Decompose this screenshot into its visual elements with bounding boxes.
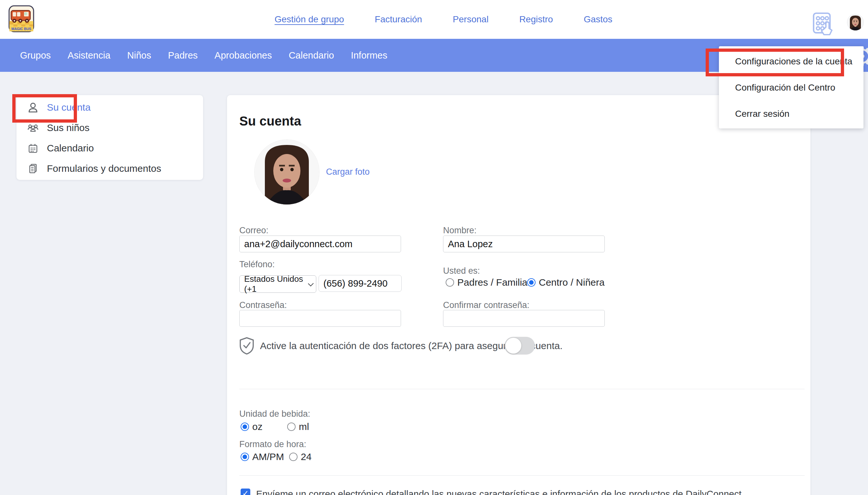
sidebar-item-label: Calendario	[47, 143, 94, 154]
sidebar-item-calendario[interactable]: Calendario	[17, 138, 203, 158]
password-field[interactable]	[239, 310, 401, 327]
sidebar-item-formularios-documentos[interactable]: Formularios y documentos	[17, 158, 203, 178]
sidebar-item-label: Su cuenta	[47, 102, 91, 113]
chevron-down-icon	[308, 280, 314, 286]
phone-label: Teléfono:	[239, 259, 275, 270]
blue-nav-calendario[interactable]: Calendario	[289, 50, 334, 61]
confirm-password-field[interactable]	[443, 310, 605, 327]
radio-oz[interactable]: oz	[241, 421, 263, 432]
radio-circle[interactable]	[527, 278, 535, 287]
person-icon	[28, 102, 38, 113]
blue-nav-grupos[interactable]: Grupos	[20, 50, 51, 61]
sidebar-item-su-cuenta[interactable]: Su cuenta	[17, 97, 203, 117]
upload-photo-link[interactable]: Cargar foto	[326, 167, 370, 177]
blue-nav-padres[interactable]: Padres	[168, 50, 198, 61]
radio-centro-ninera[interactable]: Centro / Niñera	[527, 277, 604, 288]
account-dropdown-menu: Configuraciones de la cuenta Configuraci…	[719, 46, 864, 129]
top-nav-facturacion[interactable]: Facturación	[375, 14, 422, 24]
radio-ml[interactable]: ml	[287, 421, 309, 432]
blue-nav-informes[interactable]: Informes	[351, 50, 387, 61]
blue-nav-aprobaciones[interactable]: Aprobaciones	[214, 50, 272, 61]
blue-nav-asistencia[interactable]: Asistencia	[68, 50, 110, 61]
radio-circle[interactable]	[289, 453, 298, 461]
menu-item-configuraciones-cuenta[interactable]: Configuraciones de la cuenta	[719, 48, 864, 74]
name-label: Nombre:	[443, 225, 477, 236]
radio-padres-familia[interactable]: Padres / Familia	[446, 277, 528, 288]
blue-nav-ninos[interactable]: Niños	[127, 50, 151, 61]
top-nav-gastos[interactable]: Gastos	[584, 14, 613, 24]
top-nav-gestion-de-grupo[interactable]: Gestión de grupo	[274, 14, 344, 24]
two-factor-toggle[interactable]	[504, 337, 535, 355]
sidebar-item-label: Sus niños	[47, 122, 90, 133]
profile-photo	[254, 140, 319, 204]
top-navigation: Gestión de grupo Facturación Personal Re…	[274, 0, 613, 39]
email-optin-checkbox[interactable]: ✓	[241, 489, 250, 495]
email-label: Correo:	[239, 225, 268, 236]
section-divider	[239, 389, 804, 389]
calendar-icon	[28, 143, 38, 154]
magic-bus-logo-icon[interactable]: MAGIC BUS	[8, 5, 34, 32]
phone-number-field[interactable]	[319, 275, 402, 292]
radio-circle[interactable]	[446, 278, 454, 287]
name-field[interactable]	[443, 236, 605, 252]
top-header: MAGIC BUS Gestión de grupo Facturación P…	[0, 0, 868, 39]
sidebar-item-sus-ninos[interactable]: Sus niños	[17, 117, 203, 138]
shield-check-icon	[239, 337, 254, 355]
email-optin-row: ✓ Envíeme un correo electrónico detallan…	[241, 489, 744, 495]
documents-icon	[28, 163, 38, 174]
drink-unit-label: Unidad de bebida:	[239, 409, 310, 419]
password-label: Contraseña:	[239, 300, 287, 310]
radio-24h[interactable]: 24	[289, 451, 312, 462]
radio-circle[interactable]	[287, 423, 296, 431]
country-code-select[interactable]: Estados Unidos (+1	[239, 275, 316, 293]
country-code-value: Estados Unidos (+1	[244, 274, 308, 294]
email-optin-text: Envíeme un correo electrónico detallando…	[256, 489, 744, 495]
pin-keypad-icon[interactable]	[811, 12, 836, 36]
user-avatar[interactable]	[847, 14, 864, 30]
profile-portrait-image	[254, 140, 319, 204]
account-settings-panel: Su cuenta Cargar foto Correo: Nombre: Te…	[227, 95, 811, 495]
svg-text:MAGIC BUS: MAGIC BUS	[11, 27, 31, 31]
user-portrait-image	[847, 14, 864, 30]
menu-item-cerrar-sesion[interactable]: Cerrar sesión	[719, 101, 864, 127]
children-icon	[28, 122, 38, 133]
section-divider	[239, 475, 804, 476]
radio-ampm[interactable]: AM/PM	[241, 451, 284, 462]
email-field[interactable]	[239, 236, 401, 252]
toggle-knob	[506, 338, 521, 354]
top-nav-registro[interactable]: Registro	[519, 14, 553, 24]
radio-circle[interactable]	[241, 453, 249, 461]
app-root: MAGIC BUS Gestión de grupo Facturación P…	[0, 0, 868, 495]
page-title: Su cuenta	[239, 114, 301, 129]
menu-item-configuracion-centro[interactable]: Configuración del Centro	[719, 74, 864, 101]
role-label: Usted es:	[443, 266, 480, 276]
radio-circle[interactable]	[241, 423, 249, 431]
confirm-password-label: Confirmar contraseña:	[443, 300, 529, 310]
time-format-label: Formato de hora:	[239, 439, 306, 449]
sidebar-item-label: Formularios y documentos	[47, 163, 161, 174]
settings-sidebar: Su cuenta Sus niños	[17, 95, 203, 180]
top-nav-personal[interactable]: Personal	[453, 14, 489, 24]
